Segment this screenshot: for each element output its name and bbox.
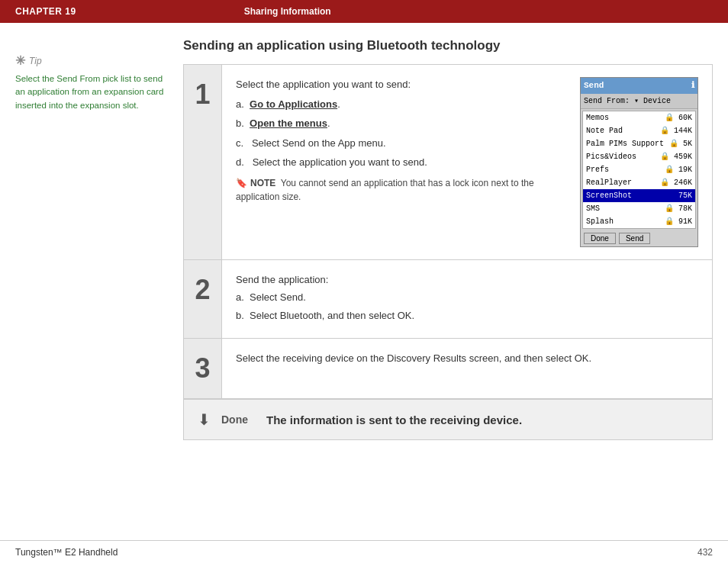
step-1-c: c. Select Send on the App menu. — [236, 136, 565, 151]
app-item-sms: SMS 🔒 78K — [583, 202, 695, 215]
note-icon: 🔖 — [236, 178, 247, 188]
content-area: Sending an application using Bluetooth t… — [183, 38, 713, 532]
send-from-label: Send From: — [584, 97, 630, 105]
section-title: Sending an application using Bluetooth t… — [183, 38, 713, 53]
app-realplayer-name: RealPlayer — [586, 177, 632, 188]
app-realplayer-size: 🔒 246K — [660, 177, 692, 188]
send-dialog-info-icon: ℹ — [691, 79, 694, 92]
app-memos-size: 🔒 60K — [665, 112, 692, 124]
send-from-row: Send From: ▾ Device — [581, 94, 697, 109]
step-2-row: 2 Send the application: a. Select Send. … — [184, 260, 712, 339]
app-palmpims-name: Palm PIMs Support — [586, 138, 664, 150]
steps-container: 1 Select the application you want to sen… — [183, 64, 713, 440]
step-1-b: b. Open the menus. — [236, 116, 565, 131]
app-palmpims-size: 🔒 5K — [669, 138, 692, 150]
send-dialog-buttons: Done Send — [581, 230, 697, 246]
app-item-palmpims: Palm PIMs Support 🔒 5K — [583, 137, 695, 150]
app-item-memos: Memos 🔒 60K — [583, 111, 695, 124]
tip-text: Select the Send From pick list to send a… — [15, 72, 168, 112]
step-3-row: 3 Select the receiving device on the Dis… — [184, 339, 712, 399]
step-1-number: 1 — [184, 65, 222, 259]
done-row: ⬇ Done The information is sent to the re… — [184, 399, 712, 439]
dialog-send-button[interactable]: Send — [619, 233, 650, 244]
step-2-content: Send the application: a. Select Send. b.… — [222, 260, 712, 339]
step-1-content: Select the application you want to send:… — [222, 65, 712, 259]
app-splash-size: 🔒 91K — [665, 216, 692, 227]
send-from-value: ▾ — [634, 97, 643, 105]
step-1-d: d. Select the application you want to se… — [236, 155, 565, 170]
chapter-title: Sharing Information — [244, 6, 331, 17]
send-from-device: Device — [643, 97, 671, 105]
step-3-text: Select the receiving device on the Disco… — [236, 352, 591, 364]
send-dialog: Send ℹ Send From: ▾ Device Memos — [580, 77, 698, 247]
app-sms-size: 🔒 78K — [665, 203, 692, 214]
app-notepad-name: Note Pad — [586, 125, 623, 137]
footer-product-type: Handheld — [79, 547, 118, 558]
main-content: ✳ Tip Select the Send From pick list to … — [0, 23, 728, 540]
footer-brand: Tungsten™ E2 Handheld — [15, 547, 118, 558]
app-pics-size: 🔒 459K — [660, 151, 692, 162]
step-2-intro: Send the application: — [236, 272, 698, 288]
step-1-note: 🔖NOTE You cannot send an application tha… — [236, 176, 565, 204]
footer-page: 432 — [697, 547, 713, 558]
step-1-row: 1 Select the application you want to sen… — [184, 65, 712, 260]
step-1-text: Select the application you want to send:… — [236, 77, 565, 247]
sidebar: ✳ Tip Select the Send From pick list to … — [15, 38, 168, 532]
app-item-notepad: Note Pad 🔒 144K — [583, 124, 695, 137]
tip-icon: ✳ — [15, 53, 25, 68]
send-dialog-title-text: Send — [584, 79, 604, 92]
step-2-a: a. Select Send. — [236, 290, 698, 305]
chapter-label: CHAPTER 19 — [15, 6, 76, 17]
app-sms-name: SMS — [586, 203, 600, 214]
tip-header: ✳ Tip — [15, 53, 168, 68]
step-2-b: b. Select Bluetooth, and then select OK. — [236, 308, 698, 323]
app-pics-name: Pics&Videos — [586, 151, 636, 162]
tip-label: Tip — [29, 56, 42, 66]
step-2-number: 2 — [184, 260, 222, 339]
app-notepad-size: 🔒 144K — [660, 125, 692, 137]
app-item-screenshot: ScreenShot 75K — [583, 189, 695, 202]
step-3-number: 3 — [184, 339, 222, 398]
send-dialog-title: Send ℹ — [581, 78, 697, 94]
footer-product-name: Tungsten™ E2 — [15, 547, 79, 558]
app-list: Memos 🔒 60K Note Pad 🔒 144K Palm PIMs Su… — [582, 111, 696, 229]
app-item-splash: Splash 🔒 91K — [583, 215, 695, 228]
step-1-inner: Select the application you want to send:… — [236, 77, 698, 247]
app-screenshot-name: ScreenShot — [586, 190, 632, 201]
app-memos-name: Memos — [586, 112, 609, 124]
note-label: NOTE — [250, 178, 275, 188]
done-text: The information is sent to the receiving… — [266, 413, 522, 426]
app-item-pics: Pics&Videos 🔒 459K — [583, 150, 695, 163]
done-arrow-icon: ⬇ — [198, 410, 211, 429]
step-3-content: Select the receiving device on the Disco… — [222, 339, 712, 398]
dialog-done-button[interactable]: Done — [584, 233, 616, 244]
step-1-intro: Select the application you want to send: — [236, 77, 565, 92]
page-header: CHAPTER 19 Sharing Information — [0, 0, 728, 23]
app-splash-name: Splash — [586, 216, 614, 227]
step-1-a: a. Go to Applications. — [236, 97, 565, 112]
app-item-prefs: Prefs 🔒 19K — [583, 163, 695, 176]
page-footer: Tungsten™ E2 Handheld 432 — [0, 540, 728, 563]
app-prefs-name: Prefs — [586, 164, 609, 175]
app-item-realplayer: RealPlayer 🔒 246K — [583, 176, 695, 189]
app-screenshot-size: 75K — [678, 190, 692, 201]
app-prefs-size: 🔒 19K — [665, 164, 692, 175]
done-label: Done — [221, 413, 248, 426]
